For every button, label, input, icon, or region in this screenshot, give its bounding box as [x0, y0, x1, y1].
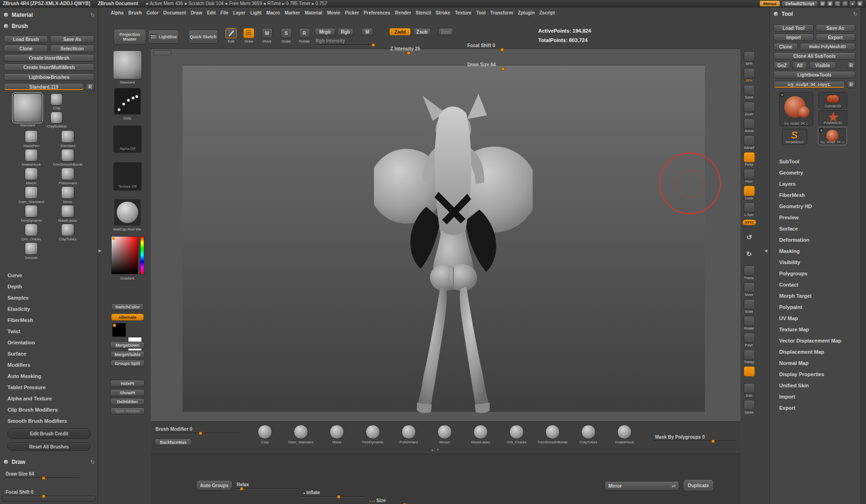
menu-item[interactable]: Marker	[285, 10, 300, 15]
tool-restore-button[interactable]: R	[847, 81, 855, 88]
collapsed-palette-bar[interactable]	[2, 496, 96, 502]
load-brush-button[interactable]: Load Brush	[4, 35, 48, 43]
tool-refresh-icon[interactable]: ↻	[853, 11, 858, 17]
slider-handle[interactable]	[407, 51, 410, 55]
subpalette-header[interactable]: Layers	[770, 178, 861, 189]
menu-item[interactable]: File	[220, 10, 228, 15]
menu-item[interactable]: Edit	[207, 10, 216, 15]
rotate-button[interactable]: Rotate	[741, 316, 757, 330]
subpalette-header[interactable]: Surface	[770, 223, 861, 234]
bpr-button[interactable]: BPR	[741, 51, 757, 66]
slider-handle[interactable]	[199, 432, 202, 435]
m-button[interactable]: M	[361, 28, 373, 35]
menu-item[interactable]: Stencil	[416, 10, 431, 15]
tool-r-button[interactable]: R	[847, 62, 855, 69]
duplicate-button[interactable]: Duplicate	[683, 479, 714, 491]
copy-doc-icon[interactable]: ▤	[819, 0, 826, 7]
brush-palette-header[interactable]: Brush	[0, 22, 98, 30]
brush-thumbnail[interactable]: SnakeHook	[606, 425, 642, 444]
subpalette-header[interactable]: Depth	[0, 281, 98, 292]
subpalette-header[interactable]: Geometry HD	[770, 201, 861, 212]
make-polymesh3d-button[interactable]: Make PolyMesh3D	[800, 43, 855, 50]
slider-handle[interactable]	[337, 495, 340, 498]
subpalette-header[interactable]: Export	[770, 402, 861, 413]
subpalette-header[interactable]: Tablet Pressure	[0, 382, 98, 393]
menu-item[interactable]: Brush	[128, 10, 142, 15]
brush-thumbnail[interactable]: TrimDynamic	[355, 425, 391, 444]
menu-item[interactable]: Light	[250, 10, 261, 15]
subpalette-header[interactable]: Modifiers	[0, 359, 98, 371]
menu-item[interactable]: Tool	[476, 10, 486, 15]
lightbox-brushes-button[interactable]: Lightbox▸Brushes	[4, 73, 94, 81]
edit-mode-button[interactable]: Edit	[223, 28, 239, 43]
hide-pt-button[interactable]: HidePt	[110, 380, 145, 387]
subpalette-header[interactable]: Deformation	[770, 234, 861, 245]
menus-toggle-button[interactable]: Menus	[760, 0, 781, 7]
menu-item[interactable]: Document	[163, 10, 186, 15]
menu-item[interactable]: Stroke	[436, 10, 450, 15]
tray-collapse-arrows[interactable]: ▲ ▼	[431, 448, 440, 451]
material-palette-header[interactable]: Material ↻	[0, 11, 98, 19]
menu-item[interactable]: Movie	[327, 10, 340, 15]
brush-thumbnail[interactable]: Orb_Cracks	[499, 425, 535, 444]
menu-item[interactable]: Preferences	[364, 10, 390, 15]
relax-slider[interactable]: Relax	[236, 482, 298, 490]
current-tool-thumbnail[interactable]: 9 icy_sculpt_04_c	[779, 92, 813, 126]
subpalette-header[interactable]: Vector Displacement Map	[770, 335, 861, 346]
slider-handle[interactable]	[42, 495, 45, 498]
subpalette-header[interactable]: Display Properties	[770, 369, 861, 380]
mask-by-polygroups-slider[interactable]: Mask By Polygroups 0	[654, 434, 736, 442]
clone-brush-button[interactable]: Clone	[4, 45, 48, 52]
palette-grid-icon[interactable]: ▦	[827, 0, 833, 7]
subpalette-header[interactable]: Elasticity	[0, 303, 98, 315]
menu-item[interactable]: Layer	[233, 10, 246, 15]
aahalf-button[interactable]: AAHalf	[741, 135, 757, 150]
simplebrush-thumbnail[interactable]: S SimpleBrush	[782, 129, 807, 145]
inflate-slider[interactable]: ●Inflate	[302, 490, 365, 498]
lightbox-button[interactable]: LightBox	[148, 30, 179, 44]
create-insertmesh-button[interactable]: Create InsertMesh	[4, 54, 94, 62]
subpalette-header[interactable]: UV Map	[770, 313, 861, 324]
actual-button[interactable]: Actual	[741, 119, 757, 133]
rgb-intensity-slider[interactable]: Rgb Intensity	[315, 38, 375, 46]
persp-button[interactable]: Persp	[741, 152, 757, 167]
reset-all-brushes-button[interactable]: Reset All Brushes	[7, 442, 91, 451]
brush-thumbnail[interactable]: Move	[49, 186, 86, 204]
del-hidden-button[interactable]: DelHidden	[110, 398, 145, 405]
scroll-button[interactable]: Scroll	[741, 85, 757, 99]
menu-item[interactable]: Color	[147, 10, 159, 15]
brush-thumbnail[interactable]: Smooth	[13, 242, 49, 260]
lsym-button[interactable]: L.Sym	[741, 203, 757, 217]
subpalette-header[interactable]: FiberMesh	[770, 189, 861, 201]
brush-thumbnail[interactable]: Move	[319, 425, 355, 444]
left-tray-divider[interactable]: ▶	[99, 248, 102, 253]
menu-item[interactable]: Transform	[490, 10, 513, 15]
subpalette-header[interactable]: Curve	[0, 270, 98, 281]
timer-icon[interactable]: ◷	[842, 0, 848, 7]
move-mode-button[interactable]: M Move	[259, 28, 275, 43]
brush-thumbnail[interactable]: Dam_Standard	[13, 186, 49, 204]
canvas-viewport[interactable]	[151, 49, 740, 421]
ghost-button[interactable]	[741, 366, 757, 381]
brush-thumbnail[interactable]: Orb_Cracks	[13, 224, 49, 241]
brush-thumbnail[interactable]: Standard	[49, 130, 86, 148]
polyf-button[interactable]: PolyF	[741, 333, 757, 347]
brush-thumbnail[interactable]: PolishHard	[49, 168, 86, 185]
subpalette-header[interactable]: Geometry	[770, 167, 861, 178]
edit-brush-credit-button[interactable]: Edit Brush Credit	[7, 428, 91, 439]
brush-restore-button[interactable]: R	[86, 83, 94, 91]
stroke-selector[interactable]	[114, 88, 141, 115]
brush-thumbnail[interactable]: Clay	[47, 93, 67, 110]
goz-visible-button[interactable]: Visible	[809, 62, 836, 69]
brush-thumbnail[interactable]: PolishHard	[391, 425, 427, 444]
local-button[interactable]: Local	[741, 186, 757, 200]
subpalette-header[interactable]: Preview	[770, 212, 861, 223]
subpalette-header[interactable]: Alpha and Texture	[0, 393, 98, 404]
clone-all-subtools-button[interactable]: Clone All SubTools	[774, 52, 855, 60]
subpalette-header[interactable]: Import	[770, 391, 861, 402]
slider-handle[interactable]	[711, 440, 715, 443]
zcut-button[interactable]: Zcut	[438, 28, 453, 35]
subpalette-header[interactable]: Normal Map	[770, 357, 861, 369]
tool-palette-header[interactable]: Tool ↻	[770, 10, 861, 18]
merge-down-button[interactable]: MergeDown	[110, 342, 145, 349]
